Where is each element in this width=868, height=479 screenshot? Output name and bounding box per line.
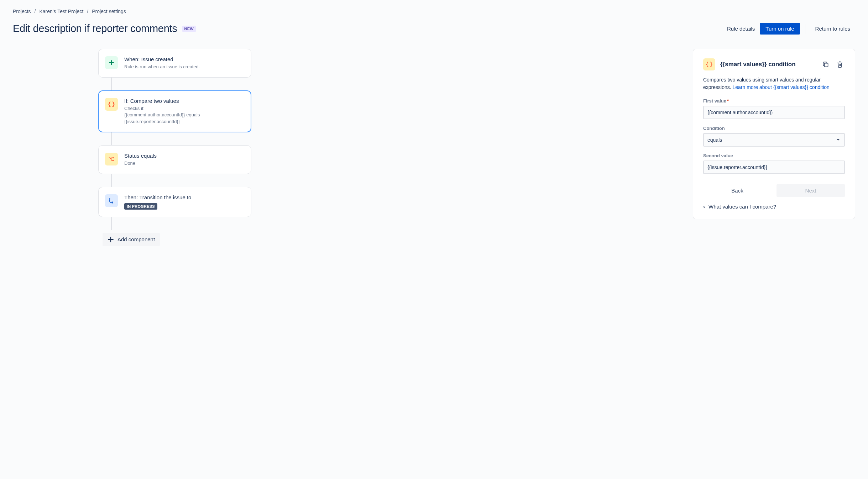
panel-title: {{smart values}} condition bbox=[720, 61, 816, 68]
copy-icon[interactable] bbox=[821, 59, 831, 69]
disclosure-toggle[interactable]: › What values can I compare? bbox=[703, 204, 845, 210]
status-node[interactable]: Status equals Done bbox=[98, 145, 251, 174]
transition-title: Then: Transition the issue to bbox=[124, 194, 244, 200]
turn-on-rule-button[interactable]: Turn on rule bbox=[760, 23, 800, 35]
breadcrumb-separator: / bbox=[35, 9, 36, 14]
first-value-input[interactable] bbox=[703, 106, 845, 119]
breadcrumb-settings[interactable]: Project settings bbox=[92, 9, 126, 14]
compare-title: If: Compare two values bbox=[124, 98, 244, 104]
second-value-input[interactable] bbox=[703, 160, 845, 174]
add-component-button[interactable]: Add component bbox=[103, 233, 160, 246]
chevron-right-icon: › bbox=[703, 204, 705, 210]
next-button[interactable]: Next bbox=[777, 184, 845, 197]
plus-icon bbox=[105, 56, 118, 69]
connector-line bbox=[111, 174, 112, 187]
status-subtitle: Done bbox=[124, 160, 244, 167]
transition-icon bbox=[105, 194, 118, 207]
back-button[interactable]: Back bbox=[703, 184, 772, 197]
trigger-subtitle: Rule is run when an issue is created. bbox=[124, 64, 244, 70]
plus-icon bbox=[108, 236, 114, 243]
rule-details-button[interactable]: Rule details bbox=[722, 23, 760, 35]
first-value-label: First value* bbox=[703, 98, 845, 104]
svg-point-0 bbox=[109, 198, 110, 199]
breadcrumb-projects[interactable]: Projects bbox=[13, 9, 31, 14]
connector-line bbox=[111, 78, 112, 90]
compare-subtitle: Checks if: {{comment.author.accountId}} … bbox=[124, 105, 244, 125]
status-title: Status equals bbox=[124, 153, 244, 159]
condition-panel: {{smart values}} condition Compares two … bbox=[693, 49, 855, 219]
breadcrumb-project-name[interactable]: Karen's Test Project bbox=[39, 9, 83, 14]
braces-icon bbox=[703, 58, 715, 70]
braces-icon bbox=[105, 98, 118, 111]
transition-node[interactable]: Then: Transition the issue to IN PROGRES… bbox=[98, 187, 251, 217]
svg-rect-1 bbox=[825, 63, 828, 67]
new-badge: NEW bbox=[182, 26, 196, 32]
compare-node[interactable]: If: Compare two values Checks if: {{comm… bbox=[98, 90, 251, 132]
condition-label: Condition bbox=[703, 126, 845, 131]
return-to-rules-button[interactable]: Return to rules bbox=[810, 23, 855, 35]
learn-more-link[interactable]: Learn more about {{smart values}} condit… bbox=[732, 84, 829, 90]
breadcrumb-separator: / bbox=[87, 9, 88, 14]
status-badge: IN PROGRESS bbox=[124, 203, 157, 210]
rule-flow: When: Issue created Rule is run when an … bbox=[98, 49, 251, 246]
connector-line bbox=[111, 132, 112, 145]
trigger-node[interactable]: When: Issue created Rule is run when an … bbox=[98, 49, 251, 78]
page-title: Edit description if reporter comments bbox=[13, 23, 177, 35]
trash-icon[interactable] bbox=[835, 59, 845, 69]
connector-line bbox=[111, 217, 112, 230]
breadcrumb: Projects / Karen's Test Project / Projec… bbox=[13, 9, 855, 14]
trigger-title: When: Issue created bbox=[124, 56, 244, 62]
divider bbox=[805, 24, 805, 34]
condition-select[interactable]: equals bbox=[703, 133, 845, 147]
panel-description: Compares two values using smart values a… bbox=[703, 76, 845, 91]
shuffle-icon bbox=[105, 153, 118, 165]
second-value-label: Second value bbox=[703, 153, 845, 158]
